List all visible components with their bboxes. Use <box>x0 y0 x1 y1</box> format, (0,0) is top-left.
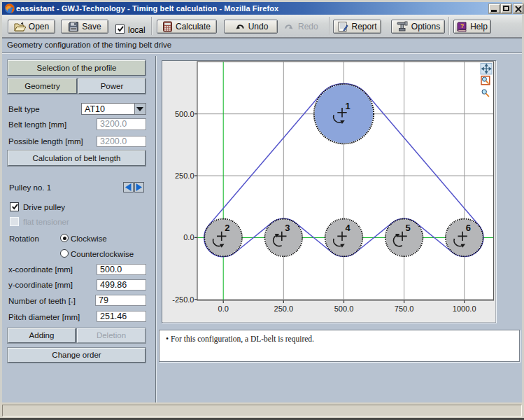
svg-text:5: 5 <box>405 222 410 232</box>
svg-text:500.0: 500.0 <box>334 304 353 313</box>
svg-text:?: ? <box>460 22 464 29</box>
svg-text:4: 4 <box>345 222 350 232</box>
svg-text:750.0: 750.0 <box>394 304 413 313</box>
svg-text:3: 3 <box>285 222 290 232</box>
svg-text:1: 1 <box>345 100 350 111</box>
svg-text:0.0: 0.0 <box>183 233 194 241</box>
svg-text:1000.0: 1000.0 <box>452 304 476 313</box>
svg-text:250.0: 250.0 <box>274 304 293 313</box>
svg-text:0.0: 0.0 <box>218 304 228 313</box>
svg-text:-250.0: -250.0 <box>172 295 194 303</box>
svg-text:250.0: 250.0 <box>174 171 194 179</box>
svg-text:6: 6 <box>465 222 470 232</box>
svg-text:2: 2 <box>225 222 229 232</box>
svg-text:500.0: 500.0 <box>174 109 194 118</box>
